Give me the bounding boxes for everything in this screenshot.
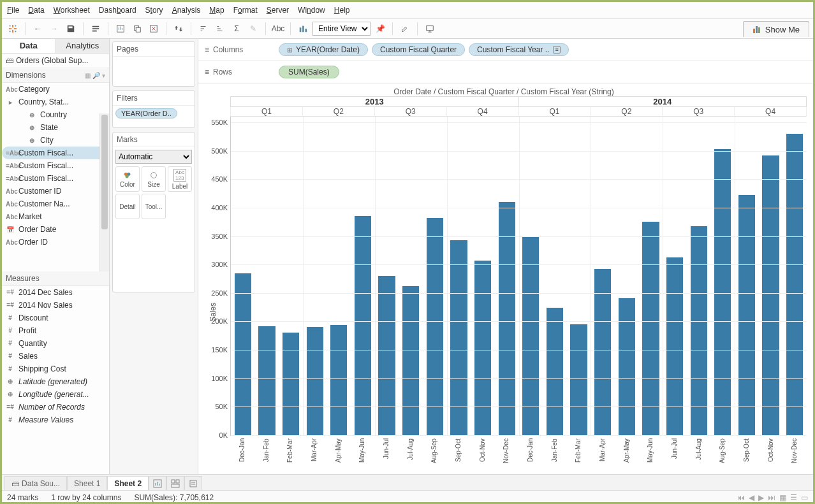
dimensions-scrollbar[interactable]: [99, 113, 109, 271]
row-pill-sales[interactable]: SUM(Sales): [279, 66, 339, 78]
tab-analytics[interactable]: Analytics: [56, 39, 110, 53]
measure-field[interactable]: =#2014 Nov Sales: [2, 299, 109, 312]
measure-field[interactable]: #Profit: [2, 324, 109, 337]
bar[interactable]: [594, 269, 611, 435]
measure-field[interactable]: ⊕Latitude (generated): [2, 375, 109, 388]
nav-last-icon[interactable]: ⏭: [768, 493, 775, 502]
rows-shelf[interactable]: ≡Rows SUM(Sales): [198, 61, 813, 83]
measure-field[interactable]: #Sales: [2, 350, 109, 363]
dimension-field[interactable]: ⊕City: [2, 134, 109, 147]
bar[interactable]: [570, 324, 587, 435]
menu-window[interactable]: Window: [298, 6, 325, 15]
menu-worksheet[interactable]: Worksheet: [54, 6, 90, 15]
bar[interactable]: [738, 195, 755, 435]
highlight-icon[interactable]: [398, 22, 412, 36]
bar[interactable]: [283, 333, 299, 435]
dimension-field[interactable]: AbcCategory: [2, 83, 109, 96]
bar[interactable]: [762, 155, 779, 435]
new-worksheet-tab[interactable]: [149, 476, 166, 490]
nav-next-icon[interactable]: ▶: [758, 493, 764, 502]
bar[interactable]: [235, 273, 251, 435]
totals-icon[interactable]: Σ: [230, 22, 244, 36]
menu-data[interactable]: Data: [28, 6, 44, 15]
bar[interactable]: [427, 218, 443, 435]
bar[interactable]: [499, 202, 515, 435]
show-labels-icon[interactable]: [296, 22, 310, 36]
dimensions-menu-icon[interactable]: ▦ 🔎 ▾: [85, 72, 105, 79]
forward-icon[interactable]: →: [47, 22, 61, 36]
pages-shelf[interactable]: Pages: [112, 41, 195, 87]
save-icon[interactable]: [64, 22, 78, 36]
col-pill-fiscalyear[interactable]: Custom Fiscal Year .. ≡: [469, 43, 569, 56]
group-icon[interactable]: Abc: [271, 22, 285, 36]
duplicate-sheet-icon[interactable]: [130, 22, 144, 36]
view-list-icon[interactable]: ☰: [790, 493, 797, 502]
bar[interactable]: [450, 240, 467, 435]
swap-icon[interactable]: [172, 22, 186, 36]
sort-desc-icon[interactable]: [213, 22, 227, 36]
columns-shelf[interactable]: ≡Columns YEAR(Order Date) Custom Fiscal …: [198, 39, 813, 61]
bar[interactable]: [474, 261, 491, 435]
col-pill-quarter[interactable]: Custom Fiscal Quarter: [372, 43, 465, 56]
bar[interactable]: [619, 298, 635, 435]
measure-field[interactable]: =#2014 Dec Sales: [2, 286, 109, 299]
chart-canvas[interactable]: Order Date / Custom Fiscal Quarter / Cus…: [198, 83, 813, 474]
fit-select[interactable]: Entire View: [312, 22, 371, 36]
bar[interactable]: [378, 276, 395, 435]
bar[interactable]: [666, 257, 683, 435]
nav-first-icon[interactable]: ⏮: [737, 493, 745, 502]
menu-story[interactable]: Story: [145, 6, 163, 15]
dimension-field[interactable]: AbcOrder ID: [2, 236, 109, 248]
bar[interactable]: [691, 226, 707, 435]
tableau-logo-icon[interactable]: [6, 22, 20, 36]
measure-field[interactable]: #Measure Values: [2, 414, 109, 426]
bar[interactable]: [258, 326, 275, 435]
highlight-tool-icon[interactable]: ✎: [246, 22, 260, 36]
bar[interactable]: [714, 149, 731, 435]
menu-dashboard[interactable]: Dashboard: [99, 6, 136, 15]
marks-label-button[interactable]: Abc123Label: [168, 166, 192, 192]
menu-help[interactable]: Help: [334, 6, 350, 15]
bar[interactable]: [522, 236, 539, 436]
dimension-field[interactable]: =AbcCustom Fiscal...: [2, 172, 109, 185]
back-icon[interactable]: ←: [31, 22, 45, 36]
tab-data[interactable]: Data: [2, 39, 56, 53]
measure-field[interactable]: #Quantity: [2, 337, 109, 350]
menu-file[interactable]: File: [7, 6, 19, 15]
clear-sheet-icon[interactable]: [147, 22, 161, 36]
marks-tooltip-button[interactable]: Tool...: [142, 194, 166, 219]
marks-detail-button[interactable]: Detail: [115, 194, 140, 219]
datasource-name[interactable]: 🗃 Orders (Global Sup...: [2, 54, 109, 68]
measure-field[interactable]: #Shipping Cost: [2, 363, 109, 375]
dimension-field[interactable]: AbcCustomer ID: [2, 185, 109, 198]
filters-shelf[interactable]: Filters YEAR(Order D..: [112, 90, 195, 128]
tab-sheet1[interactable]: Sheet 1: [67, 476, 107, 490]
dimension-field[interactable]: AbcMarket: [2, 210, 109, 223]
menu-map[interactable]: Map: [209, 6, 224, 15]
bar[interactable]: [307, 327, 323, 435]
show-me-button[interactable]: Show Me: [743, 21, 809, 37]
view-sheet-icon[interactable]: ▭: [801, 493, 808, 502]
new-worksheet-icon[interactable]: [114, 22, 128, 36]
marks-color-button[interactable]: Color: [115, 166, 140, 192]
tab-datasource[interactable]: 🗃Data Sou...: [4, 476, 67, 490]
menu-server[interactable]: Server: [267, 6, 289, 15]
dimension-field[interactable]: =AbcCustom Fiscal...: [2, 159, 109, 172]
nav-prev-icon[interactable]: ◀: [749, 493, 754, 502]
dimension-field[interactable]: 📅Order Date: [2, 223, 109, 236]
bar[interactable]: [642, 222, 659, 435]
view-cards-icon[interactable]: ▦: [779, 493, 786, 502]
bar[interactable]: [330, 325, 347, 435]
col-pill-year[interactable]: YEAR(Order Date): [279, 43, 368, 56]
pin-icon[interactable]: 📌: [373, 22, 387, 36]
dimension-field[interactable]: AbcCustomer Na...: [2, 198, 109, 210]
menu-format[interactable]: Format: [233, 6, 258, 15]
filter-pill-year[interactable]: YEAR(Order D..: [115, 108, 177, 119]
new-story-tab[interactable]: [184, 476, 202, 490]
marks-type-select[interactable]: Automatic: [115, 150, 192, 164]
measure-field[interactable]: =#Number of Records: [2, 401, 109, 414]
menu-analysis[interactable]: Analysis: [172, 6, 201, 15]
bar[interactable]: [547, 308, 563, 435]
tab-sheet2[interactable]: Sheet 2: [107, 476, 149, 490]
dimension-field[interactable]: ⊕State: [2, 121, 109, 134]
